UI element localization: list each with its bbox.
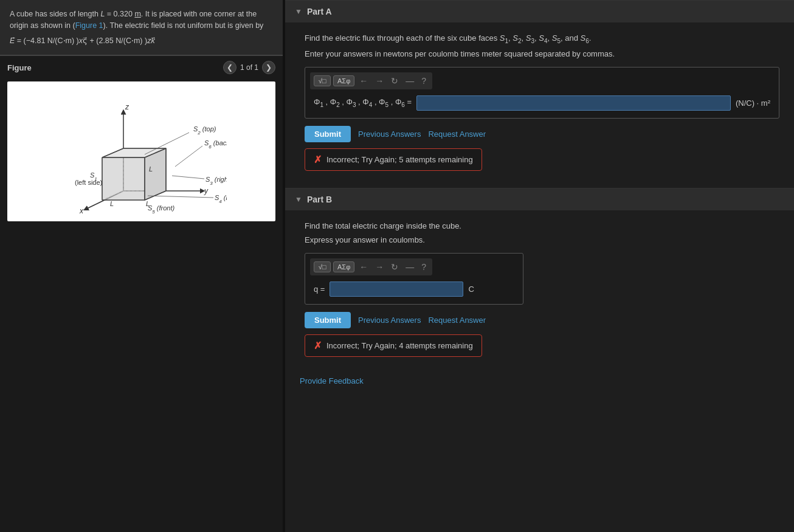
part-b-unit: C [468, 285, 474, 294]
part-a-unit: (N/C) · m² [736, 98, 770, 108]
part-b-answer-box: √□ ΑΣφ ← → ↻ ― ? q = C [305, 253, 523, 305]
part-b-input-row: q = C [310, 279, 518, 299]
svg-text:L: L [110, 200, 114, 207]
part-b-action-row: Submit Previous Answers Request Answer [305, 312, 779, 328]
figure-next-button[interactable]: ❯ [262, 61, 275, 74]
part-a-action-row: Submit Previous Answers Request Answer [305, 126, 779, 142]
part-a-sqrt-btn[interactable]: √□ [314, 75, 331, 86]
part-b-header[interactable]: ▼ Part B [285, 188, 794, 210]
part-b-sqrt-btn[interactable]: √□ [314, 261, 331, 272]
right-panel: ▼ Part A Find the electric flux through … [285, 0, 794, 532]
part-b-arrow-left-btn[interactable]: ← [357, 261, 370, 273]
part-a-question: Find the electric flux through each of t… [305, 32, 779, 46]
part-a-answer-box: √□ ΑΣφ ← → ↻ ― ? Φ1 , Φ2 , Φ3 , Φ4 , Φ5 … [305, 67, 779, 119]
part-a-title: Part A [307, 7, 332, 16]
cube-diagram: z y x [57, 88, 227, 215]
part-b-help-btn[interactable]: ? [419, 261, 429, 273]
svg-text:y: y [204, 187, 209, 195]
part-a-keyboard-btn[interactable]: ― [403, 75, 416, 87]
part-a-section: ▼ Part A Find the electric flux through … [285, 0, 794, 183]
part-a-instruction: Enter your answers in newtons per coulom… [305, 49, 779, 58]
part-b-sigma-btn[interactable]: ΑΣφ [333, 261, 354, 272]
part-a-chevron-icon: ▼ [295, 7, 302, 16]
problem-description: A cube has sides of length L = 0.320 m. … [0, 0, 283, 55]
figure-link[interactable]: Figure 1 [75, 21, 103, 30]
part-a-sigma-btn[interactable]: ΑΣφ [333, 75, 354, 86]
svg-text:(left side): (left side) [75, 179, 102, 186]
part-b-toolbar: √□ ΑΣφ ← → ↻ ― ? [310, 258, 432, 275]
part-b-chevron-icon: ▼ [295, 195, 302, 204]
part-a-header[interactable]: ▼ Part A [285, 1, 794, 22]
part-b-answer-input[interactable] [330, 282, 463, 297]
part-b-error-text: Incorrect; Try Again; 4 attempts remaini… [326, 341, 473, 350]
svg-marker-12 [102, 157, 145, 200]
figure-label: Figure [7, 63, 32, 72]
part-a-submit-button[interactable]: Submit [305, 126, 351, 142]
part-a-undo-btn[interactable]: ↻ [388, 75, 401, 87]
part-b-question: Find the total electric charge inside th… [305, 220, 779, 232]
part-b-error-icon: ✗ [314, 340, 322, 351]
part-a-request-answer-link[interactable]: Request Answer [428, 130, 486, 139]
part-b-section: ▼ Part B Find the total electric charge … [285, 188, 794, 370]
problem-equation: E⃗ = (−4.81 N/(C⋅m) )xς⃗ + (2.85 N/(C⋅m)… [10, 35, 273, 47]
part-a-arrow-right-btn[interactable]: → [373, 75, 386, 87]
part-b-request-answer-link[interactable]: Request Answer [428, 316, 486, 325]
figure-image: z y x [7, 81, 275, 221]
provide-feedback-link[interactable]: Provide Feedback [285, 369, 794, 393]
part-a-help-btn[interactable]: ? [419, 75, 429, 87]
part-a-error-message: ✗ Incorrect; Try Again; 5 attempts remai… [305, 148, 482, 171]
part-b-submit-button[interactable]: Submit [305, 312, 351, 328]
part-a-answer-input[interactable] [416, 95, 731, 111]
part-b-error-message: ✗ Incorrect; Try Again; 4 attempts remai… [305, 334, 482, 357]
svg-text:z: z [125, 103, 129, 111]
part-b-instruction: Express your answer in coulombs. [305, 235, 779, 244]
part-b-title: Part B [307, 195, 332, 204]
svg-text:L: L [146, 200, 150, 207]
part-a-toolbar: √□ ΑΣφ ← → ↻ ― ? [310, 72, 432, 89]
part-b-previous-answers-link[interactable]: Previous Answers [358, 316, 421, 325]
figure-header: Figure ❮ 1 of 1 ❯ [0, 55, 283, 79]
part-b-q-label: q = [314, 285, 325, 294]
svg-text:L: L [149, 165, 153, 173]
figure-navigation: ❮ 1 of 1 ❯ [223, 61, 275, 74]
part-a-content: Find the electric flux through each of t… [285, 22, 794, 183]
svg-text:x: x [79, 207, 84, 215]
figure-prev-button[interactable]: ❮ [223, 61, 236, 74]
figure-count: 1 of 1 [240, 63, 258, 72]
part-a-arrow-left-btn[interactable]: ← [357, 75, 370, 87]
part-b-content: Find the total electric charge inside th… [285, 210, 794, 370]
part-a-previous-answers-link[interactable]: Previous Answers [358, 130, 421, 139]
part-b-keyboard-btn[interactable]: ― [403, 261, 416, 273]
part-b-arrow-right-btn[interactable]: → [373, 261, 386, 273]
problem-line1: A cube has sides of length L = 0.320 m. … [10, 10, 263, 30]
figure-section: Figure ❮ 1 of 1 ❯ z y [0, 55, 283, 532]
part-a-input-row: Φ1 , Φ2 , Φ3 , Φ4 , Φ5 , Φ6 = (N/C) · m² [310, 93, 774, 113]
part-a-error-icon: ✗ [314, 154, 322, 165]
part-b-undo-btn[interactable]: ↻ [388, 261, 401, 273]
part-a-error-text: Incorrect; Try Again; 5 attempts remaini… [326, 155, 473, 164]
left-panel: A cube has sides of length L = 0.320 m. … [0, 0, 283, 532]
part-a-phi-label: Φ1 , Φ2 , Φ3 , Φ4 , Φ5 , Φ6 = [314, 97, 412, 108]
